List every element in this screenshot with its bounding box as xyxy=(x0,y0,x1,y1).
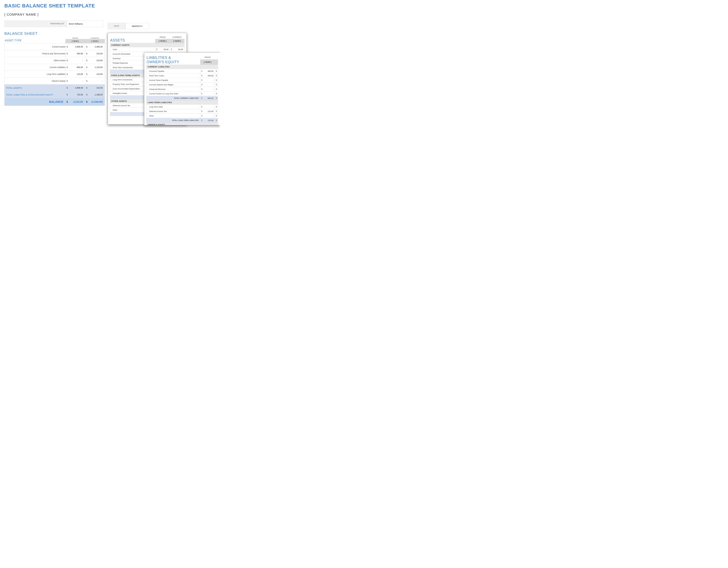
liab-prior-label: PRIOR xyxy=(200,55,215,60)
liab-title: LIABILITIES &OWNER'S EQUITY xyxy=(147,55,200,64)
balance-prior: $2,233.00 xyxy=(66,98,85,106)
row-label: Current Liabilities xyxy=(5,64,66,71)
current-year-header[interactable]: [ YEAR ] xyxy=(85,39,105,43)
list-item: Current Portion of Long-Term Debt$-$ xyxy=(146,91,218,96)
group-header: CURRENT ASSETS xyxy=(110,43,184,47)
total-liab-label: TOTAL LIABILITIES & STOCKHOLDER EQUITY xyxy=(5,91,66,98)
group-header: OWNER'S EQUITY xyxy=(146,123,218,125)
row-label: Fixed (Long-Term) Assets xyxy=(5,50,66,57)
group-header: LONG-TERM LIABILITIES xyxy=(146,100,218,105)
row-label: Owner's Equity xyxy=(5,78,66,84)
total-assets-label: TOTAL ASSETS xyxy=(5,84,66,91)
list-item: Income Taxes Payable$-$ xyxy=(146,78,218,82)
cell[interactable]: $400.00 xyxy=(200,69,215,73)
cell-prior[interactable]: $123.00 xyxy=(66,71,85,78)
balance-row: BALANCE $2,233.00 $(1,038.00) xyxy=(5,98,105,106)
cell[interactable]: $200.00 xyxy=(200,73,215,78)
date-label: DATE xyxy=(108,23,126,29)
subtotal-row: TOTAL CURRENT LIABILITIES$600.00$ xyxy=(146,96,218,100)
assets-current-year[interactable]: [ YEAR ] xyxy=(170,39,184,43)
subtotal-row: TOTAL LONG-TERM LIABILITIES$123.00$ xyxy=(146,118,218,123)
balance-current: $(1,038.00) xyxy=(85,98,105,106)
list-item: Accrued Salaries and Wages$-$ xyxy=(146,82,218,87)
table-row: Long-Term Liabilities $123.00 $123.00 xyxy=(5,71,105,78)
cell-current[interactable]: $210.00 xyxy=(85,57,105,64)
row-label: Other Assets xyxy=(5,57,66,64)
total-assets-row: TOTAL ASSETS $2,956.00 $210.00 xyxy=(5,84,105,91)
cell[interactable]: $- xyxy=(200,78,215,82)
list-item: Unearned Revenue$-$ xyxy=(146,87,218,91)
list-item: Cash$50.00$60.00 xyxy=(110,47,184,52)
total-assets-prior: $2,956.00 xyxy=(66,84,85,91)
cell-current[interactable]: $123.00 xyxy=(85,71,105,78)
cell[interactable]: $- xyxy=(200,114,215,118)
balance-label: BALANCE xyxy=(5,98,66,106)
assets-prior-label: PRIOR xyxy=(155,36,170,39)
row-label: Long-Term Liabilities xyxy=(5,71,66,78)
cell-current[interactable]: $210.00 xyxy=(85,50,105,57)
liab-prior-year[interactable]: [ YEAR ] xyxy=(200,60,215,65)
table-row: Current Liabilities $600.00 $1,125.00 xyxy=(5,64,105,71)
col-prior-label: PRIOR xyxy=(66,37,85,39)
prior-year-header[interactable]: [ YEAR ] xyxy=(66,39,85,43)
cell[interactable]: $- xyxy=(200,91,215,96)
total-liab-row: TOTAL LIABILITIES & STOCKHOLDER EQUITY $… xyxy=(5,91,105,98)
main-column: BASIC BALANCE SHEET TEMPLATE [ COMPANY N… xyxy=(4,3,103,106)
prepared-by-label: PREPARED BY xyxy=(4,21,66,27)
cell-current[interactable]: $1,125.00 xyxy=(85,64,105,71)
company-name: [ COMPANY NAME ] xyxy=(4,13,103,16)
cell[interactable]: $- xyxy=(200,87,215,91)
total-assets-current: $210.00 xyxy=(85,84,105,91)
asset-type-header: ASSET TYPE xyxy=(5,38,66,43)
date-meta-row: DATE MM/DD/YY xyxy=(108,23,149,29)
total-liab-current: $1,248.00 xyxy=(85,91,105,98)
row-label: Current Assets xyxy=(5,43,66,50)
col-current-label: CURRENT xyxy=(85,37,105,39)
assets-prior-year[interactable]: [ YEAR ] xyxy=(155,39,170,43)
table-row: Current Assets $2,606.00 $2,460.00 xyxy=(5,43,105,50)
cell-prior[interactable]: $- xyxy=(66,57,85,64)
prepared-by-input[interactable]: Brent Williams xyxy=(66,21,103,27)
cell[interactable]: $- xyxy=(200,105,215,109)
table-row: Fixed (Long-Term) Assets $350.00 $210.00 xyxy=(5,50,105,57)
cell[interactable]: $123.00 xyxy=(200,109,215,114)
list-item: Accounts Payable$400.00$ xyxy=(146,69,218,73)
table-row: Owner's Equity $- $- xyxy=(5,78,105,84)
cell[interactable]: $50.00 xyxy=(155,47,170,52)
meta-row: PREPARED BY Brent Williams xyxy=(4,21,103,27)
cell-current[interactable]: $2,460.00 xyxy=(85,43,105,50)
page-container: BASIC BALANCE SHEET TEMPLATE [ COMPANY N… xyxy=(0,0,220,128)
list-item: Other$-$ xyxy=(146,114,218,118)
cell-prior[interactable]: $- xyxy=(66,78,85,84)
cell[interactable]: $- xyxy=(200,82,215,87)
list-item: Short-Term Loans$200.00$ xyxy=(146,73,218,78)
group-header: CURRENT LIABILITIES xyxy=(146,65,218,69)
cell[interactable]: $60.00 xyxy=(170,47,184,52)
list-item: Long-Term Debt$-$ xyxy=(146,105,218,109)
liabilities-overlay: LIABILITIES &OWNER'S EQUITY PRIOR [ YEAR… xyxy=(144,52,220,125)
balance-sheet-table: ASSET TYPE PRIOR CURRENT [ YEAR ] [ YEAR… xyxy=(4,37,105,106)
cell-current[interactable]: $- xyxy=(85,78,105,84)
cell-prior[interactable]: $600.00 xyxy=(66,64,85,71)
total-liab-prior: $723.00 xyxy=(66,91,85,98)
section-title: BALANCE SHEET xyxy=(4,31,103,36)
table-row: Other Assets $- $210.00 xyxy=(5,57,105,64)
page-title: BASIC BALANCE SHEET TEMPLATE xyxy=(4,3,103,9)
cell-prior[interactable]: $2,606.00 xyxy=(66,43,85,50)
assets-current-label: CURRENT xyxy=(170,36,184,39)
cell-prior[interactable]: $350.00 xyxy=(66,50,85,57)
assets-title: ASSETS xyxy=(110,38,155,42)
date-input[interactable]: MM/DD/YY xyxy=(126,23,149,29)
list-item: Deferred Income Tax$123.00$ xyxy=(146,109,218,114)
